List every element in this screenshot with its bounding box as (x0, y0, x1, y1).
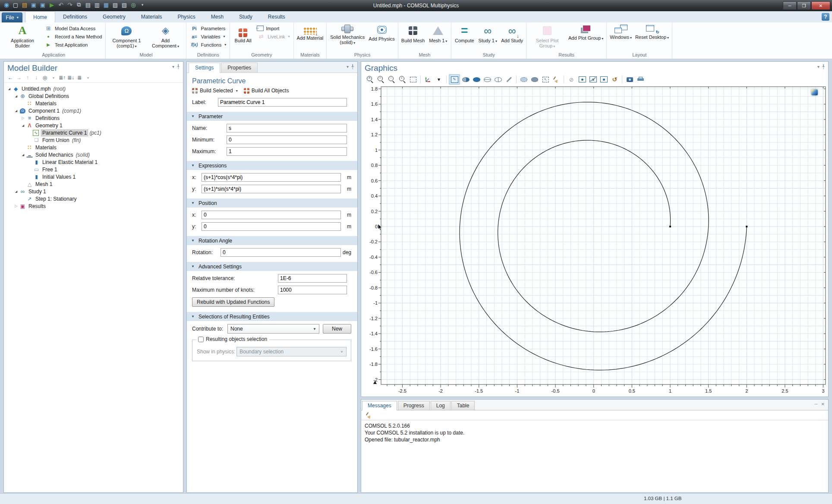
tree-item-parametric-curve-1[interactable]: Parametric Curve 1 (pc1) (4, 129, 183, 136)
expressions-y-input[interactable] (202, 185, 341, 193)
tree-item-global-definitions[interactable]: ◢Global Definitions (4, 92, 183, 100)
go-to-default-view-icon[interactable] (423, 75, 433, 84)
build-all-objects-button[interactable]: Build All Objects (244, 88, 289, 94)
select-region-icon[interactable]: ▧ (111, 1, 119, 9)
show-in-physics-dropdown[interactable]: Boundary selection▼ (236, 347, 347, 356)
parameter-maximum-input[interactable] (227, 147, 347, 156)
tab-properties[interactable]: Properties (221, 63, 258, 72)
expressions-x-input[interactable] (202, 173, 341, 182)
variables-button[interactable]: Variables▾ (188, 32, 228, 41)
add-to-selection-icon[interactable] (519, 75, 529, 84)
parameter-name-input[interactable] (227, 124, 347, 132)
tab-settings[interactable]: Settings (189, 63, 220, 73)
open-file-icon[interactable]: ▤ (21, 1, 28, 9)
position-x-input[interactable] (202, 211, 341, 219)
tab-materials[interactable]: Materials (133, 11, 170, 22)
run-icon[interactable]: ▶ (48, 1, 56, 9)
node-text-icon[interactable]: ≣ (76, 74, 83, 81)
tree-item-mesh-1[interactable]: Mesh 1 (4, 180, 183, 188)
zoom-extents-icon[interactable] (408, 75, 418, 84)
mesh-1-button[interactable]: Mesh 1▾ (427, 23, 449, 45)
zoom-search-icon[interactable]: ◎ (129, 1, 137, 9)
hide-selected-icon[interactable]: ⊘ (566, 75, 577, 84)
redo-icon[interactable]: ↷ (66, 1, 74, 9)
application-builder-button[interactable]: Application Builder (3, 23, 41, 49)
record-a-new-method-button[interactable]: Record a New Method (42, 32, 104, 41)
position-y-input[interactable] (202, 222, 341, 231)
show-all-icon[interactable] (599, 75, 609, 84)
functions-button[interactable]: Functions▾ (188, 41, 228, 49)
livelink-button[interactable]: LiveLink▾ (255, 32, 291, 41)
graphics-canvas[interactable]: -2.5-2-1.5-1-0.500.511.522.531.81.61.41.… (362, 83, 827, 396)
panel-menu-icon[interactable]: ▾ (347, 64, 349, 69)
parameters-button[interactable]: Parameters (188, 24, 228, 32)
rebuild-with-updated-functions-button[interactable]: Rebuild with Updated Functions (192, 297, 274, 307)
parameter-minimum-input[interactable] (227, 135, 347, 144)
show-icon[interactable]: ◎ (41, 74, 49, 81)
print-icon[interactable] (635, 75, 646, 84)
view-cube-icon[interactable] (811, 89, 818, 95)
select-points-icon[interactable] (493, 75, 503, 84)
tree-item-solid-mechanics[interactable]: ◢Solid Mechanics (solid) (4, 151, 183, 158)
move-down-icon[interactable]: ↓ (32, 74, 40, 81)
tree-item-initial-values-1[interactable]: Initial Values 1 (4, 173, 183, 180)
solid-mechanics-solid-button[interactable]: Solid Mechanics (solid)▾ (328, 23, 366, 47)
pin-icon[interactable]: ╀ (822, 64, 825, 69)
label-field-input[interactable] (218, 98, 347, 107)
tree-item-untitled-mph[interactable]: ◢Untitled.mph (root) (4, 85, 183, 92)
deselect-all-icon[interactable] (504, 75, 514, 84)
advanced-settings-relative-tolerance-input[interactable] (278, 274, 347, 283)
resulting-objects-checkbox[interactable] (198, 337, 204, 342)
rotation-angle-rotation-input[interactable] (221, 248, 341, 257)
add-material-button[interactable]: Add Material (296, 23, 325, 41)
build-mesh-button[interactable]: Build Mesh (400, 23, 426, 44)
section-header-rotation-angle[interactable]: ▼Rotation Angle (187, 236, 357, 245)
component-1-comp1-button[interactable]: Component 1 (comp1)▾ (107, 23, 145, 50)
zoom-out-icon[interactable]: − (375, 75, 386, 84)
zoom-in-icon[interactable]: + (365, 75, 375, 84)
show-menu-icon[interactable]: ▾ (50, 74, 57, 81)
add-component-button[interactable]: Add Component▾ (146, 23, 184, 50)
tree-item-step-1-stationary[interactable]: Step 1: Stationary (4, 195, 183, 202)
restore-button[interactable]: ❐ (797, 1, 811, 10)
forward-icon[interactable]: → (15, 74, 23, 81)
test-application-button[interactable]: Test Application (42, 41, 104, 49)
add-study-button[interactable]: Add Study (500, 23, 524, 44)
add-plot-group-button[interactable]: Add Plot Group▾ (567, 23, 605, 42)
save-as-icon[interactable]: ▣ (39, 1, 47, 9)
collapse-all-icon[interactable]: ≣↑ (58, 74, 66, 81)
select-entities-icon[interactable]: ↖ (540, 75, 551, 84)
section-header-position[interactable]: ▼Position (187, 198, 357, 208)
tree-item-free-1[interactable]: Free 1 (4, 166, 183, 173)
delete-icon[interactable]: ▦ (102, 1, 110, 9)
minimize-button[interactable]: ─ (783, 1, 797, 10)
tree-item-results[interactable]: ▷Results (4, 202, 183, 210)
more-menu-icon[interactable]: ▾ (84, 74, 92, 81)
select-boundaries-icon[interactable] (471, 75, 482, 84)
tree-item-study-1[interactable]: ◢Study 1 (4, 188, 183, 195)
section-header-selections-of-resulting-entities[interactable]: ▼Selections of Resulting Entities (187, 312, 357, 321)
undo-icon[interactable]: ↶ (57, 1, 65, 9)
select-plot-group-button[interactable]: Select Plot Group▾ (528, 23, 566, 50)
windows-button[interactable]: Windows▾ (608, 23, 633, 41)
tab-progress[interactable]: Progress (398, 401, 430, 410)
tree-item-linear-elastic-material-1[interactable]: Linear Elastic Material 1 (4, 158, 183, 166)
tab-table[interactable]: Table (451, 401, 475, 410)
file-menu-button[interactable]: File▾ (2, 13, 22, 22)
clear-brush-icon[interactable]: ▨ (120, 1, 128, 9)
image-snapshot-icon[interactable] (624, 75, 635, 84)
tree-item-definitions[interactable]: ▷Definitions (4, 114, 183, 122)
reset-view-icon[interactable]: ↺ (609, 75, 620, 84)
tab-messages[interactable]: Messages (362, 401, 397, 410)
copy-icon[interactable]: ⧉ (75, 1, 83, 9)
minimize-panel-icon[interactable]: ─ (815, 402, 818, 406)
tab-home[interactable]: Home (25, 11, 55, 22)
import-button[interactable]: Import (255, 24, 291, 32)
view-hidden-only-icon[interactable] (588, 75, 598, 84)
new-file-icon[interactable]: ▢ (12, 1, 19, 9)
move-up-icon[interactable]: ↑ (24, 74, 32, 81)
section-header-expressions[interactable]: ▼Expressions (187, 161, 357, 170)
tree-item-materials[interactable]: Materials (4, 100, 183, 107)
close-button[interactable]: ✕ (811, 1, 830, 10)
close-panel-icon[interactable]: ✕ (821, 402, 825, 406)
